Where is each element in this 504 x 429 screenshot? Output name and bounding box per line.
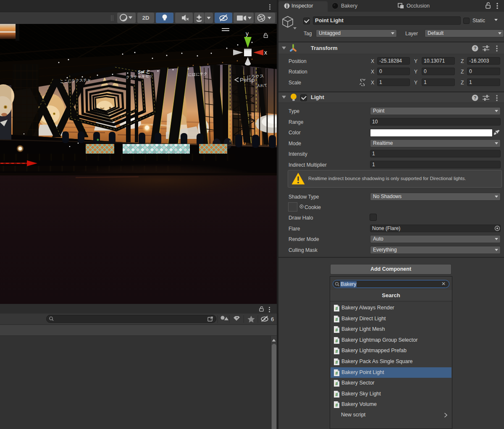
svg-text:#: # [335,403,338,408]
svg-text:Persp: Persp [240,77,255,83]
svg-text:?: ? [474,46,477,51]
svg-text:2D: 2D [142,15,150,21]
svg-text:#: # [335,338,338,343]
svg-text:x: x [264,49,267,56]
svg-text:#: # [335,327,338,332]
svg-text:#: # [335,306,338,311]
svg-text:#: # [335,317,338,322]
svg-text:#: # [335,381,338,386]
svg-text:#: # [335,370,338,375]
svg-text:Set と: Set と [137,68,150,74]
svg-text:入れて: 入れて [257,83,268,88]
svg-text:?: ? [474,95,477,100]
svg-text:6: 6 [271,316,274,322]
svg-text:#: # [335,360,338,365]
svg-text:y: y [246,30,249,37]
svg-text:#: # [335,392,338,397]
svg-text:#: # [335,349,338,354]
